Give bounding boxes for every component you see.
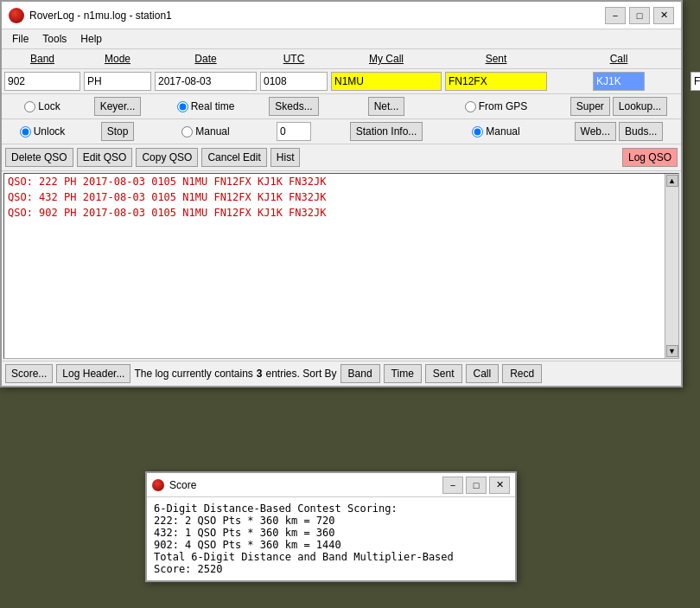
manual-cell: Manual — [154, 121, 258, 142]
sort-time-button[interactable]: Time — [384, 364, 422, 383]
status-bar: Score... Log Header... The log currently… — [2, 361, 681, 386]
sort-sent-button[interactable]: Sent — [425, 364, 462, 383]
lookup-button[interactable]: Lookup... — [613, 97, 667, 116]
delete-qso-button[interactable]: Delete QSO — [5, 148, 73, 167]
realtime-label: Real time — [191, 100, 235, 112]
sort-recd-button[interactable]: Recd — [502, 364, 542, 383]
utc-cell — [259, 71, 328, 92]
recd-cell — [690, 71, 700, 92]
window-title: RoverLog - n1mu.log - station1 — [29, 10, 172, 22]
keyer-button[interactable]: Keyer... — [94, 97, 142, 116]
header-mycall: My Call — [330, 51, 442, 67]
entries-text: entries. Sort By — [266, 368, 337, 380]
menu-tools[interactable]: Tools — [35, 31, 73, 47]
net-button[interactable]: Net... — [368, 97, 405, 116]
log-header-button[interactable]: Log Header... — [56, 364, 130, 383]
zero-input[interactable] — [277, 122, 311, 141]
copy-qso-button[interactable]: Copy QSO — [136, 148, 198, 167]
stop-button[interactable]: Stop — [101, 122, 135, 141]
hist-button[interactable]: Hist — [270, 148, 301, 167]
score-close-button[interactable]: ✕ — [489, 477, 510, 494]
score-content: 6-Digit Distance-Based Contest Scoring: … — [147, 497, 515, 580]
manual-radio-label[interactable]: Manual — [181, 125, 229, 138]
header-call: Call — [550, 51, 688, 67]
mode-input[interactable] — [84, 72, 151, 91]
stationinfo-cell: Station Info... — [330, 121, 442, 142]
recd-input[interactable] — [690, 72, 700, 91]
band-cell — [3, 71, 81, 92]
manual2-radio-label[interactable]: Manual — [472, 125, 519, 138]
call-cell — [550, 71, 688, 92]
action-bar: Delete QSO Edit QSO Copy QSO Cancel Edit… — [2, 144, 681, 171]
skeds-button[interactable]: Skeds... — [269, 97, 318, 116]
score-window-title: Score — [169, 479, 196, 491]
super-button[interactable]: Super — [570, 97, 610, 116]
score-button[interactable]: Score... — [5, 364, 53, 383]
stop-cell: Stop — [83, 121, 152, 142]
realtime-radio-label[interactable]: Real time — [177, 100, 235, 112]
fromgps-radio[interactable] — [465, 101, 476, 112]
web-button[interactable]: Web... — [575, 122, 616, 141]
score-title-left: Score — [152, 479, 196, 491]
mycall-cell — [330, 71, 442, 92]
unlock-radio-label[interactable]: Unlock — [20, 125, 66, 138]
realtime-cell: Real time — [154, 96, 258, 117]
call-input[interactable] — [593, 72, 645, 91]
edit-qso-button[interactable]: Edit QSO — [77, 148, 133, 167]
minimize-button[interactable]: − — [605, 7, 626, 24]
log-entry-0: QSO: 222 PH 2017-08-03 0105 N1MU FN12FX … — [4, 174, 678, 189]
main-window: RoverLog - n1mu.log - station1 − □ ✕ Fil… — [0, 0, 683, 387]
score-title-buttons: − □ ✕ — [442, 477, 510, 494]
sort-band-button[interactable]: Band — [340, 364, 380, 383]
menu-help[interactable]: Help — [73, 31, 109, 47]
mycall-input[interactable] — [331, 72, 442, 91]
fromgps-label: From GPS — [479, 100, 528, 112]
lock-radio[interactable] — [24, 101, 35, 112]
input-row — [2, 69, 681, 94]
manual2-cell: Manual — [444, 121, 548, 142]
manual-radio[interactable] — [181, 126, 193, 138]
maximize-button[interactable]: □ — [629, 7, 650, 24]
header-band: Band — [3, 51, 81, 67]
score-line-3: 902: 4 QSO Pts * 360 km = 1440 — [154, 539, 508, 551]
manual2-label: Manual — [486, 125, 519, 138]
zero-cell — [259, 121, 328, 142]
lock-cell: Lock — [3, 96, 81, 117]
map-cell: Map... — [690, 121, 700, 142]
lock-radio-label[interactable]: Lock — [24, 100, 60, 112]
sent-input[interactable] — [445, 72, 547, 91]
score-line-1: 222: 2 QSO Pts * 360 km = 720 — [154, 515, 508, 527]
score-maximize-button[interactable]: □ — [466, 477, 487, 494]
scroll-up-btn[interactable]: ▲ — [666, 175, 678, 187]
manual2-radio[interactable] — [472, 126, 483, 138]
log-qso-button[interactable]: Log QSO — [622, 148, 678, 167]
menu-bar: File Tools Help — [2, 29, 681, 49]
sort-call-button[interactable]: Call — [466, 364, 500, 383]
buds-button[interactable]: Buds... — [619, 122, 663, 141]
web-buds-cell: Web... Buds... — [550, 121, 688, 142]
band-input[interactable] — [4, 72, 80, 91]
fromgps-radio-label[interactable]: From GPS — [465, 100, 528, 112]
header-sent: Sent — [444, 51, 548, 67]
stationinfo-button[interactable]: Station Info... — [350, 122, 423, 141]
title-buttons: − □ ✕ — [605, 7, 674, 24]
close-button[interactable]: ✕ — [653, 7, 674, 24]
realtime-radio[interactable] — [177, 101, 188, 112]
score-minimize-button[interactable]: − — [442, 477, 463, 494]
score-line-2: 432: 1 QSO Pts * 360 km = 360 — [154, 527, 508, 539]
scrollbar[interactable]: ▲ ▼ — [665, 174, 678, 358]
score-line-4: Total 6-Digit Distance and Band Multipli… — [154, 551, 508, 563]
unlock-radio[interactable] — [20, 126, 31, 138]
score-line-5: Score: 2520 — [154, 563, 508, 575]
log-entry-2: QSO: 902 PH 2017-08-03 0105 N1MU FN12FX … — [4, 205, 678, 221]
scroll-down-btn[interactable]: ▼ — [666, 345, 678, 357]
score-app-icon — [152, 479, 164, 491]
skeds-cell: Skeds... — [259, 96, 328, 117]
menu-file[interactable]: File — [5, 31, 35, 47]
cancel-edit-button[interactable]: Cancel Edit — [201, 148, 266, 167]
lock-label: Lock — [38, 100, 60, 112]
utc-input[interactable] — [260, 72, 328, 91]
date-input[interactable] — [155, 72, 257, 91]
mode-cell — [83, 71, 152, 92]
unlock-cell: Unlock — [3, 121, 81, 142]
